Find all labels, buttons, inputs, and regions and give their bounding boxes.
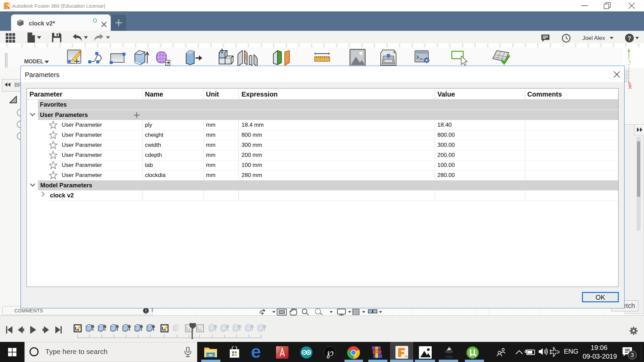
svg-text:?: ? [628, 35, 631, 42]
svg-text:℘: ℘ [326, 346, 334, 359]
svg-text:360: 360 [405, 355, 408, 358]
